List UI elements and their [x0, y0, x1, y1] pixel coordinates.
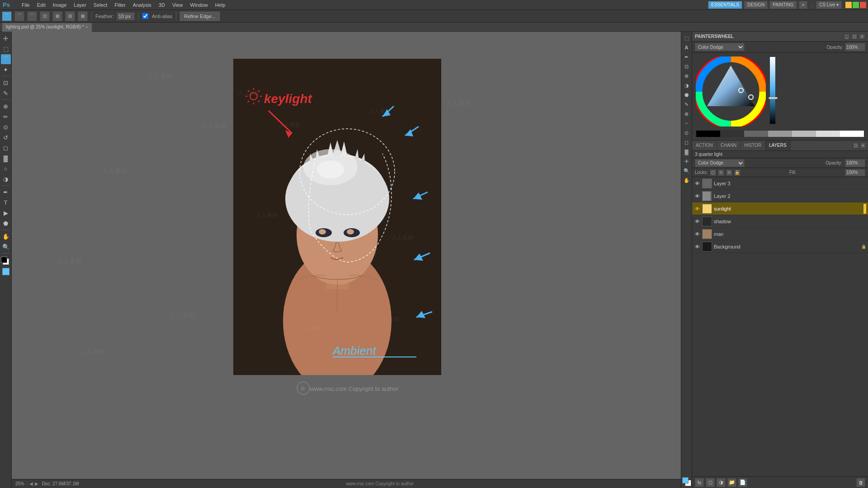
- swatch-mid[interactable]: [744, 131, 768, 137]
- poly-lasso-icon[interactable]: ⌒: [14, 11, 24, 21]
- tab-layers[interactable]: LAYERS: [765, 141, 791, 150]
- rt-tool4[interactable]: ◑: [682, 81, 691, 90]
- path-select-tool[interactable]: ▶: [1, 208, 11, 218]
- menu-edit[interactable]: Edit: [33, 0, 49, 10]
- new-group-btn[interactable]: 📁: [727, 478, 736, 487]
- menu-select[interactable]: Select: [90, 0, 111, 10]
- gradient-tool[interactable]: ▓: [1, 153, 11, 163]
- design-btn[interactable]: DESIGN: [744, 1, 768, 9]
- intersect-selection-icon[interactable]: ⊠: [78, 11, 88, 21]
- rt-tool13[interactable]: 🔍: [682, 166, 691, 175]
- tab-close-icon[interactable]: ×: [85, 23, 88, 32]
- background-eye-icon[interactable]: 👁: [694, 244, 700, 250]
- canvas-area[interactable]: 人人素材 人人素材 人人素材 人人素材 人人素材 人人素材 人人素材 ㊗: [12, 32, 681, 488]
- swatch-gradient-bar[interactable]: [696, 130, 864, 137]
- menu-3d[interactable]: 3D: [155, 0, 169, 10]
- new-selection-icon[interactable]: ⊡: [40, 11, 50, 21]
- rt-tool2[interactable]: ⊡: [682, 62, 691, 71]
- rt-tool1[interactable]: ✒: [682, 52, 691, 61]
- color-wheel-svg[interactable]: [696, 56, 766, 127]
- color-swatch-group[interactable]: [1, 257, 11, 267]
- zoom-tool[interactable]: 🔍: [1, 242, 11, 252]
- lock-transparent-icon[interactable]: ⬡: [710, 169, 716, 176]
- magic-wand-tool[interactable]: ✦: [1, 65, 11, 75]
- new-layer-btn[interactable]: 📄: [738, 478, 747, 487]
- shape-tool[interactable]: ⬟: [1, 218, 11, 228]
- anti-alias-checkbox[interactable]: [142, 13, 148, 19]
- painting-btn[interactable]: PAINTING: [769, 1, 797, 9]
- layer-row-layer2[interactable]: 👁 Layer 2: [692, 190, 868, 202]
- menu-filter[interactable]: Filter: [111, 0, 129, 10]
- shadow-eye-icon[interactable]: 👁: [694, 218, 700, 225]
- rt-tool5[interactable]: ⬟: [682, 90, 691, 99]
- rt-tool10[interactable]: ◻: [682, 138, 691, 147]
- subtract-selection-icon[interactable]: ⊟: [65, 11, 75, 21]
- move-tool[interactable]: ✛: [1, 33, 11, 43]
- quick-mask-btn[interactable]: [2, 268, 9, 275]
- tab-channels[interactable]: CHANN: [717, 141, 741, 150]
- man-eye-icon[interactable]: 👁: [694, 231, 700, 237]
- close-btn[interactable]: [860, 2, 866, 8]
- layer-row-background[interactable]: 👁 Background 🔒: [692, 240, 868, 253]
- layers-close-btn[interactable]: ×: [860, 142, 866, 149]
- swatch-lighter[interactable]: [792, 131, 816, 137]
- dodge-tool[interactable]: ◑: [1, 174, 11, 184]
- layer-row-layer3[interactable]: 👁 Layer 3: [692, 177, 868, 190]
- mag-lasso-icon[interactable]: ⌒: [27, 11, 37, 21]
- rt-tool11[interactable]: ▓: [682, 147, 691, 156]
- blur-tool[interactable]: ○: [1, 164, 11, 174]
- swatch-dark[interactable]: [720, 131, 744, 137]
- rt-tool9[interactable]: ⊙: [682, 128, 691, 137]
- swatch-black[interactable]: [696, 131, 720, 137]
- swatch-light[interactable]: [768, 131, 792, 137]
- lasso-icon[interactable]: ⌒: [2, 11, 12, 21]
- tab-action[interactable]: ACTION: [692, 141, 717, 150]
- layer-mask-btn[interactable]: ◻: [706, 478, 715, 487]
- fill-input[interactable]: [845, 169, 865, 176]
- feather-input[interactable]: [117, 12, 135, 20]
- rt-fg-color[interactable]: [682, 477, 689, 483]
- add-selection-icon[interactable]: ⊞: [52, 11, 62, 21]
- tab-history[interactable]: HISTOR: [741, 141, 765, 150]
- lock-image-icon[interactable]: ✎: [718, 169, 724, 176]
- pw-collapse-btn[interactable]: _: [844, 33, 850, 40]
- eyedropper-tool[interactable]: ✎: [1, 88, 11, 98]
- refine-edge-btn[interactable]: Refine Edge...: [180, 12, 220, 21]
- crop-tool[interactable]: ⊡: [1, 78, 11, 88]
- clone-stamp-tool[interactable]: ⊙: [1, 122, 11, 132]
- layer2-eye-icon[interactable]: 👁: [694, 193, 700, 199]
- rt-select-btn[interactable]: ⬚: [682, 33, 691, 42]
- document-tab[interactable]: lighting.psd @ 25% (sunlight, RGB/8) * ×: [2, 23, 92, 32]
- pw-opacity-input[interactable]: [845, 43, 865, 51]
- cs-live-btn[interactable]: CS Live ▾: [816, 1, 842, 9]
- swatch-near-white[interactable]: [816, 131, 840, 137]
- menu-image[interactable]: Image: [49, 0, 71, 10]
- delete-layer-btn[interactable]: 🗑: [856, 478, 865, 487]
- adjustment-layer-btn[interactable]: ◑: [717, 478, 726, 487]
- nav-fwd-btn[interactable]: ▶: [35, 481, 38, 486]
- swatch-white[interactable]: [840, 131, 864, 137]
- hand-tool[interactable]: ✋: [1, 231, 11, 241]
- menu-layer[interactable]: Layer: [70, 0, 90, 10]
- layers-blend-mode[interactable]: Color Dodge: [695, 159, 745, 167]
- maximize-btn[interactable]: [853, 2, 859, 8]
- opacity-input[interactable]: [845, 159, 865, 167]
- lasso-tool[interactable]: ⌒: [1, 54, 11, 64]
- text-tool[interactable]: T: [1, 197, 11, 207]
- pw-close-btn[interactable]: ×: [859, 33, 865, 40]
- rt-tool8[interactable]: ~: [682, 119, 691, 128]
- rt-tool12[interactable]: ✛: [682, 157, 691, 166]
- pen-tool[interactable]: ✒: [1, 187, 11, 197]
- rt-tool6[interactable]: ✎: [682, 100, 691, 109]
- lock-all-icon[interactable]: 🔒: [734, 169, 741, 176]
- menu-analysis[interactable]: Analysis: [129, 0, 155, 10]
- healing-tool[interactable]: ⊕: [1, 101, 11, 111]
- layer-row-shadow[interactable]: 👁 shadow: [692, 215, 868, 228]
- rt-text-btn[interactable]: A: [682, 43, 691, 52]
- layers-expand-btn[interactable]: □: [853, 142, 859, 149]
- menu-file[interactable]: File: [18, 0, 33, 10]
- layer-style-btn[interactable]: fx: [695, 478, 704, 487]
- menu-view[interactable]: View: [169, 0, 187, 10]
- lightness-handle[interactable]: [769, 97, 778, 99]
- menu-window[interactable]: Window: [187, 0, 212, 10]
